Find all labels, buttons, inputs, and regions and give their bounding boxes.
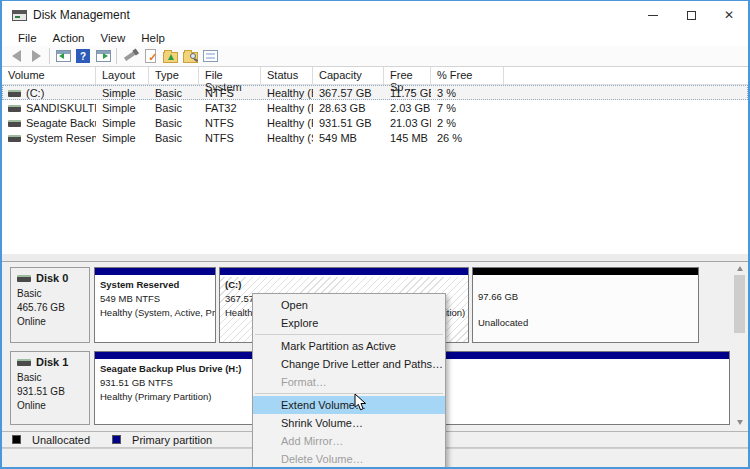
title-bar: Disk Management ✕ [2,1,748,29]
disk1-label[interactable]: Disk 1 Basic 931.51 GB Online [10,351,90,425]
menu-bar: File Action View Help [2,29,748,46]
volume-icon [8,90,21,97]
column-capacity[interactable]: Capacity [313,67,384,84]
column-layout[interactable]: Layout [96,67,149,84]
column-filler [504,67,748,84]
minimize-icon [648,15,658,16]
menu-item-delete-volume: Delete Volume… [253,450,445,468]
maximize-icon [687,11,696,20]
properties-icon[interactable] [200,47,220,65]
scrollbar-thumb[interactable] [734,275,745,333]
menu-view[interactable]: View [93,32,134,44]
vertical-scrollbar[interactable] [733,262,746,428]
volume-row-c[interactable]: (C:) Simple Basic NTFS Healthy (B… 367.5… [2,85,748,100]
partition-unallocated[interactable]: 97.66 GB Unallocated [472,267,699,343]
menu-item-format: Format… [253,373,445,391]
disk-icon [17,275,31,282]
column-file-system[interactable]: File System [199,67,261,84]
check-list-icon[interactable]: ✓ [140,47,160,65]
volume-icon [8,135,21,142]
disk0-status: Online [17,315,89,329]
legend-primary-partition: Primary partition [132,434,212,446]
column-type[interactable]: Type [149,67,199,84]
folder-up-icon[interactable] [160,47,180,65]
toolbar-separator [116,48,117,64]
minimize-button[interactable] [634,1,672,29]
disk1-type: Basic [17,371,89,385]
help-icon[interactable]: ? [73,47,93,65]
column-status[interactable]: Status [261,67,313,84]
menu-separator [253,391,445,396]
show-action-pane-icon[interactable] [93,47,113,65]
menu-help[interactable]: Help [133,32,173,44]
close-button[interactable]: ✕ [710,1,748,29]
menu-file[interactable]: File [10,32,45,44]
menu-item-change-drive-letter[interactable]: Change Drive Letter and Paths… [253,355,445,373]
close-icon: ✕ [724,9,734,21]
volume-row-seagate[interactable]: Seagate Backup Pl… Simple Basic NTFS Hea… [2,115,748,130]
window-controls: ✕ [634,1,748,29]
disk0-label[interactable]: Disk 0 Basic 465.76 GB Online [10,267,90,343]
disk1-status: Online [17,399,89,413]
volume-icon [8,120,21,127]
menu-item-mark-partition-active[interactable]: Mark Partition as Active [253,337,445,355]
disk-icon [17,359,31,366]
legend-unallocated: Unallocated [32,434,90,446]
volume-list: (C:) Simple Basic NTFS Healthy (B… 367.5… [2,85,748,254]
scroll-down-icon[interactable] [733,416,746,428]
column-volume[interactable]: Volume [2,67,96,84]
unallocated-bar [473,268,698,277]
pane-splitter[interactable] [2,254,748,262]
disk-management-app-icon [12,10,27,21]
disk0-size: 465.76 GB [17,301,89,315]
console-tree-icon[interactable] [53,47,73,65]
primary-partition-bar [220,268,468,277]
menu-item-explore[interactable]: Explore [253,314,445,332]
menu-item-extend-volume[interactable]: Extend Volume… [253,396,445,414]
scroll-up-icon[interactable] [733,262,746,274]
primary-partition-swatch [112,435,121,444]
context-menu: Open Explore Mark Partition as Active Ch… [252,293,446,469]
disk1-size: 931.51 GB [17,385,89,399]
volume-row-sandisk[interactable]: SANDISKULTR (F:) Simple Basic FAT32 Heal… [2,100,748,115]
pointer-tool-icon[interactable] [120,47,140,65]
back-icon[interactable] [6,47,26,65]
toolbar-separator [49,48,50,64]
menu-separator [253,332,445,337]
volume-list-header: Volume Layout Type File System Status Ca… [2,67,748,85]
mouse-cursor [354,393,367,414]
volume-row-system-reserved[interactable]: System Reserved Simple Basic NTFS Health… [2,130,748,145]
menu-item-add-mirror: Add Mirror… [253,432,445,450]
unallocated-swatch [12,435,21,444]
menu-item-open[interactable]: Open [253,296,445,314]
menu-action[interactable]: Action [45,32,93,44]
column-free-space[interactable]: Free Sp… [384,67,431,84]
disk0-type: Basic [17,287,89,301]
folder-search-icon[interactable] [180,47,200,65]
menu-item-shrink-volume[interactable]: Shrink Volume… [253,414,445,432]
column-pct-free[interactable]: % Free [431,67,504,84]
maximize-button[interactable] [672,1,710,29]
window-title: Disk Management [33,8,130,22]
volume-icon [8,105,21,112]
primary-partition-bar [95,268,215,277]
forward-icon[interactable] [26,47,46,65]
partition-system-reserved[interactable]: System Reserved 549 MB NTFS Healthy (Sys… [94,267,216,343]
disk-management-window: Disk Management ✕ File Action View Help … [0,0,750,469]
toolbar: ? ✓ [2,46,748,67]
